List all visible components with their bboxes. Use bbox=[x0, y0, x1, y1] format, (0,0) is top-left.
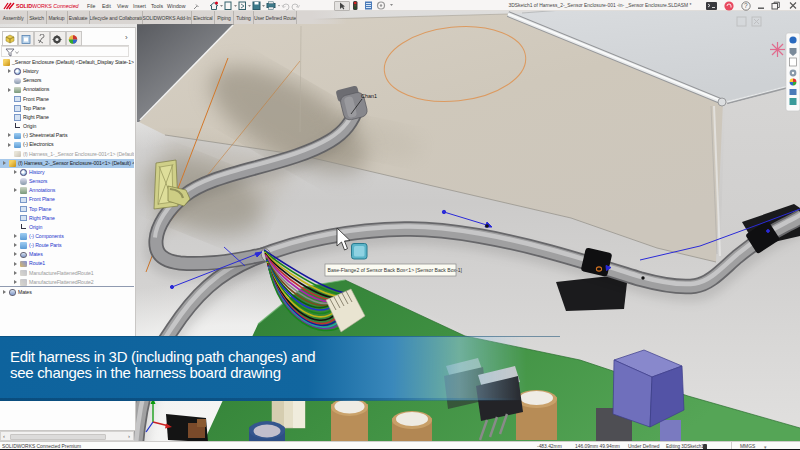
svg-text:?: ? bbox=[744, 2, 748, 9]
svg-text:Base-Flange2 of Sensor Back Bo: Base-Flange2 of Sensor Back Box<1> [Sens… bbox=[328, 267, 463, 273]
svg-text:Chan1: Chan1 bbox=[361, 93, 377, 99]
